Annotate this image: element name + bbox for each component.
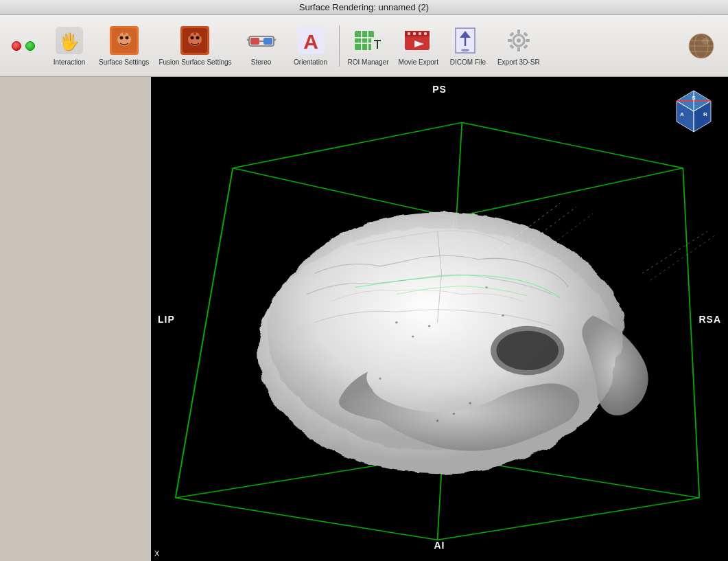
- svg-point-44: [517, 38, 521, 43]
- interaction-label: Interaction: [54, 58, 86, 67]
- orientation-icon: A: [296, 25, 326, 56]
- svg-text:🖐: 🖐: [59, 32, 80, 51]
- main-area: PS LIP RSA AI X: [0, 77, 728, 561]
- svg-line-60: [176, 498, 438, 540]
- stereo-icon: [246, 25, 277, 56]
- orientation-cube[interactable]: S R A: [670, 87, 718, 135]
- svg-line-61: [438, 498, 700, 540]
- svg-line-67: [233, 168, 454, 218]
- window-title: Surface Rendering: unnamed (2): [299, 2, 429, 12]
- fusion-surface-settings-icon: [180, 25, 210, 56]
- svg-text:A: A: [303, 30, 318, 53]
- svg-point-82: [379, 378, 381, 380]
- toolbar-separator-1: [339, 25, 340, 67]
- svg-point-11: [191, 36, 194, 39]
- svg-point-76: [395, 321, 398, 323]
- svg-point-13: [193, 32, 196, 35]
- dicom-file-icon: [453, 25, 483, 56]
- svg-line-66: [454, 168, 683, 218]
- svg-line-89: [650, 235, 716, 280]
- toolbar: 🖐 Interaction Sur: [0, 15, 728, 77]
- toolbar-item-globe[interactable]: [677, 19, 725, 73]
- svg-rect-18: [263, 38, 272, 45]
- export-3dsr-label: Export 3D-SR: [497, 58, 540, 67]
- svg-rect-48: [526, 39, 530, 42]
- movie-export-icon: [403, 25, 434, 56]
- interaction-icon: 🖐: [54, 25, 84, 56]
- svg-point-81: [436, 420, 439, 422]
- svg-line-65: [462, 122, 683, 168]
- svg-rect-49: [509, 32, 514, 36]
- svg-rect-37: [424, 32, 427, 35]
- svg-point-15: [199, 34, 202, 36]
- zoom-button[interactable]: [25, 41, 35, 51]
- svg-text:A: A: [680, 111, 684, 117]
- svg-point-75: [496, 331, 559, 370]
- svg-line-72: [176, 168, 233, 498]
- title-bar: Surface Rendering: unnamed (2): [0, 0, 728, 15]
- movie-export-label: Movie Export: [399, 58, 438, 67]
- svg-rect-24: [355, 31, 374, 50]
- svg-point-78: [428, 325, 431, 327]
- svg-point-7: [117, 34, 120, 36]
- svg-rect-51: [509, 44, 514, 49]
- svg-rect-36: [419, 32, 421, 35]
- stereo-label: Stereo: [251, 58, 271, 67]
- toolbar-item-dicom-file[interactable]: DICOM File: [444, 19, 492, 73]
- toolbar-item-export-3dsr[interactable]: Export 3D-SR: [493, 19, 544, 73]
- svg-point-42: [461, 49, 469, 51]
- svg-point-80: [469, 402, 471, 404]
- svg-text:R: R: [703, 111, 707, 117]
- svg-point-79: [453, 413, 456, 415]
- svg-point-12: [196, 36, 200, 39]
- right-toolbar-area: [677, 19, 725, 73]
- svg-line-70: [683, 168, 699, 498]
- surface-settings-label: Surface Settings: [99, 58, 149, 67]
- dicom-file-label: DICOM File: [450, 58, 486, 67]
- svg-rect-34: [408, 32, 410, 35]
- globe-icon: [686, 31, 716, 61]
- svg-point-14: [188, 34, 191, 36]
- svg-line-88: [642, 231, 707, 273]
- fusion-surface-settings-label: Fusion Surface Settings: [158, 58, 231, 67]
- toolbar-item-surface-settings[interactable]: Surface Settings: [95, 19, 153, 73]
- toolbar-item-fusion-surface-settings[interactable]: Fusion Surface Settings: [154, 19, 235, 73]
- svg-point-6: [123, 32, 126, 35]
- svg-rect-47: [508, 39, 512, 42]
- svg-point-4: [119, 36, 123, 39]
- svg-rect-35: [413, 32, 416, 35]
- svg-rect-50: [523, 32, 528, 36]
- toolbar-item-roi-manager[interactable]: ROI Manager: [344, 19, 393, 73]
- toolbar-item-movie-export[interactable]: Movie Export: [395, 19, 443, 73]
- svg-point-5: [125, 36, 128, 39]
- viewport-3d[interactable]: PS LIP RSA AI X: [151, 77, 728, 561]
- svg-rect-46: [517, 47, 520, 51]
- toolbar-item-stereo[interactable]: Stereo: [237, 19, 285, 73]
- wireframe-svg: [151, 77, 728, 561]
- svg-rect-45: [517, 30, 520, 34]
- svg-rect-52: [523, 44, 528, 49]
- orientation-label: Orientation: [294, 58, 327, 67]
- side-panel: [0, 77, 151, 561]
- roi-manager-icon: [353, 25, 384, 56]
- svg-line-64: [233, 122, 462, 168]
- toolbar-item-interaction[interactable]: 🖐 Interaction: [45, 19, 93, 73]
- traffic-lights: [3, 19, 44, 73]
- surface-settings-icon: [109, 25, 139, 56]
- svg-point-59: [702, 38, 709, 45]
- svg-point-83: [502, 314, 504, 317]
- roi-manager-label: ROI Manager: [348, 58, 389, 67]
- toolbar-item-orientation[interactable]: A Orientation: [287, 19, 335, 73]
- export-3dsr-icon: [504, 25, 534, 56]
- svg-point-8: [128, 34, 131, 36]
- close-button[interactable]: [12, 41, 21, 51]
- svg-rect-17: [250, 38, 259, 45]
- svg-point-77: [412, 336, 414, 338]
- svg-text:S: S: [692, 95, 696, 101]
